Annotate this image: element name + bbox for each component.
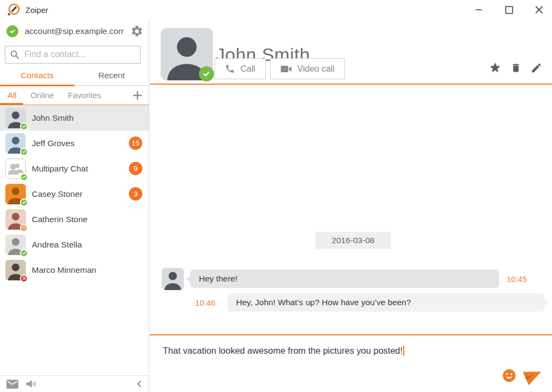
minimize-button[interactable] — [474, 5, 483, 14]
emoji-smiley-icon[interactable] — [502, 368, 516, 383]
phone-icon — [225, 64, 235, 74]
favorite-star-icon[interactable] — [489, 61, 501, 74]
composer-icons — [502, 366, 543, 385]
app-title: Zoiper — [25, 5, 49, 15]
search-row — [0, 43, 149, 66]
status-badge-away — [20, 224, 28, 232]
call-button[interactable]: Call — [215, 58, 266, 79]
video-call-button-label: Video call — [298, 64, 335, 74]
send-plane-icon[interactable] — [523, 366, 543, 385]
messages-icon[interactable] — [6, 380, 18, 389]
chat-pane: John Smith Call Video call — [150, 19, 552, 392]
contact-list-item[interactable]: Catherin Stone — [0, 207, 149, 232]
contact-list: John SmithJeff Groves15Multiparty Chat9C… — [0, 105, 149, 283]
zoiper-window: Zoiper account@sip.example.com — [0, 0, 552, 392]
contact-list-item[interactable]: Andrea Stella — [0, 232, 149, 257]
header-actions — [489, 61, 542, 74]
collapse-sidebar-icon[interactable] — [135, 379, 143, 389]
status-badge-online — [199, 66, 214, 81]
window-controls — [474, 0, 543, 19]
sidebar-tabs: Contacts Recent — [0, 66, 149, 86]
close-button[interactable] — [535, 5, 543, 14]
call-button-label: Call — [240, 64, 256, 74]
add-contact-button[interactable] — [132, 90, 143, 101]
message-bubble: Hey, John! What’s up? How have you’ve be… — [227, 293, 544, 312]
titlebar: Zoiper — [0, 0, 552, 19]
account-email: account@sip.example.com — [25, 26, 124, 36]
video-call-button[interactable]: Video call — [270, 58, 345, 79]
contact-filters: All Online Favorites — [0, 86, 149, 105]
maximize-button[interactable] — [505, 5, 513, 14]
message-avatar — [162, 268, 184, 290]
contact-list-item[interactable]: Multiparty Chat9 — [0, 156, 149, 181]
search-box[interactable] — [5, 46, 141, 64]
contact-avatar — [5, 108, 26, 128]
message-text: Hey there! — [199, 274, 238, 283]
status-badge-busy — [20, 274, 28, 283]
peer-avatar-photo — [161, 28, 213, 80]
date-divider: 2016-03-08 — [315, 232, 390, 249]
settings-gear-icon[interactable] — [130, 25, 143, 38]
contact-name: Jeff Groves — [32, 139, 123, 148]
message-history: 2016-03-08 Hey there!10:4510:46Hey, John… — [150, 85, 552, 334]
search-input[interactable] — [24, 50, 136, 59]
contact-avatar — [5, 235, 26, 255]
filter-favorites[interactable]: Favorites — [68, 86, 101, 105]
account-row[interactable]: account@sip.example.com — [0, 19, 149, 43]
unread-count-badge: 3 — [129, 187, 142, 201]
contact-avatar — [5, 133, 26, 154]
status-badge-online — [20, 122, 28, 130]
message-text: Hey, John! What’s up? How have you’ve be… — [236, 298, 411, 307]
video-camera-icon — [280, 65, 292, 73]
filter-online[interactable]: Online — [31, 86, 54, 105]
contact-avatar — [5, 260, 26, 280]
contact-name: Marco Minneman — [32, 265, 142, 275]
volume-icon[interactable] — [26, 379, 37, 389]
zoiper-logo-icon — [6, 3, 20, 17]
delete-trash-icon[interactable] — [510, 62, 521, 74]
sidebar: account@sip.example.com Contacts Recent … — [0, 19, 149, 392]
status-badge-online — [20, 249, 28, 257]
contact-avatar — [5, 184, 26, 204]
status-badge-online — [20, 148, 28, 156]
message-input[interactable]: That vacation looked awesome from the pi… — [163, 346, 539, 356]
composer: That vacation looked awesome from the pi… — [150, 334, 552, 392]
contact-list-item[interactable]: Casey Stoner3 — [0, 181, 149, 207]
tab-recent[interactable]: Recent — [74, 66, 149, 85]
tab-contacts[interactable]: Contacts — [0, 66, 74, 85]
message-incoming: Hey there!10:45 — [162, 267, 544, 290]
contact-name: Catherin Stone — [32, 215, 142, 224]
unread-count-badge: 9 — [129, 162, 142, 175]
draft-text: That vacation looked awesome from the pi… — [163, 346, 403, 355]
search-icon — [10, 50, 19, 59]
contact-list-item[interactable]: John Smith — [0, 105, 149, 130]
unread-count-badge: 15 — [129, 136, 142, 150]
text-cursor — [403, 346, 404, 356]
sidebar-footer — [0, 375, 149, 392]
contact-list-item[interactable]: Marco Minneman — [0, 257, 149, 283]
contact-name: Casey Stoner — [32, 189, 123, 199]
call-buttons: Call Video call — [215, 58, 345, 79]
message-outgoing: 10:46Hey, John! What’s up? How have you’… — [162, 293, 544, 312]
contact-name: John Smith — [32, 113, 142, 123]
filter-all[interactable]: All — [8, 86, 17, 105]
contact-avatar — [5, 209, 26, 230]
contact-avatar — [5, 159, 26, 179]
contact-name: Multiparty Chat — [32, 164, 123, 174]
message-time: 10:45 — [499, 274, 544, 284]
message-bubble: Hey there! — [190, 270, 499, 288]
account-status-icon — [6, 25, 18, 37]
peer-avatar — [155, 24, 208, 76]
status-badge-online — [20, 173, 28, 181]
message-time: 10:46 — [195, 298, 220, 307]
contact-list-item[interactable]: Jeff Groves15 — [0, 130, 149, 156]
status-badge-online — [20, 198, 28, 207]
chat-header: John Smith Call Video call — [150, 19, 552, 85]
edit-pencil-icon[interactable] — [530, 62, 542, 74]
contact-name: Andrea Stella — [32, 240, 142, 250]
